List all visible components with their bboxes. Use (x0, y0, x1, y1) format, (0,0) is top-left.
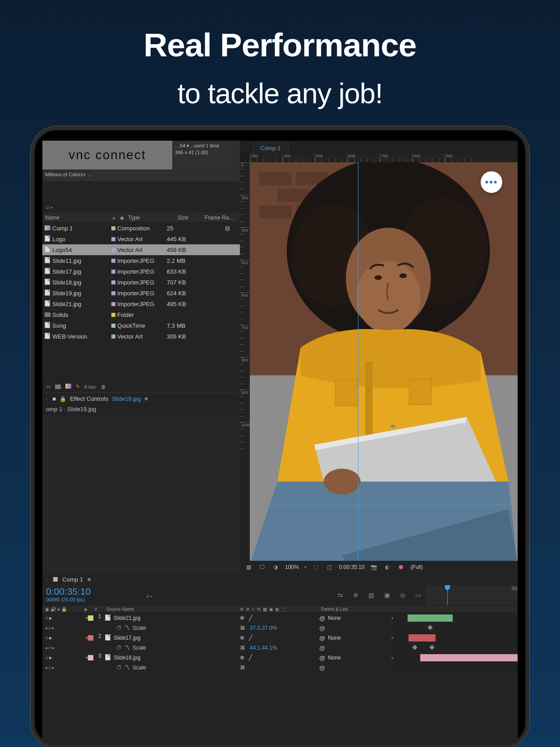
project-row[interactable]: Slide17.jpgImporterJPEG633 KB (42, 266, 240, 277)
comp-timecode[interactable]: 0:00:35:10 (339, 564, 365, 570)
property-row[interactable]: ◂◇▸⏱ 〽 Scale⌘ 44.1,44.1%@ (42, 643, 518, 653)
effect-controls-tab[interactable]: ‹ ■ 🔒 Effect Controls Slide19.jpg ≡ (42, 392, 240, 405)
new-folder-icon[interactable] (55, 384, 61, 390)
next-kf-icon[interactable]: ▸ (52, 665, 55, 670)
lock-icon[interactable]: 🔒 (60, 396, 66, 402)
prev-kf-icon[interactable]: ◂ (45, 646, 47, 650)
switch-line-icon[interactable]: ╱ (249, 615, 252, 621)
graph-icon[interactable]: 〽 (124, 625, 130, 631)
switch-normal-icon[interactable]: ✲ (240, 615, 244, 621)
layer-track[interactable] (393, 613, 518, 623)
layer-row[interactable]: ◇ ▶▾3Slide18.jpg✲╱@None▾ (42, 653, 518, 663)
project-row[interactable]: Slide19.jpgImporterJPEG624 KB (42, 288, 240, 298)
switch-normal-icon[interactable]: ✲ (240, 655, 244, 661)
render-time-icon[interactable]: ▭ (415, 591, 421, 599)
clip[interactable] (409, 634, 436, 642)
frame-blend-icon[interactable]: ▧ (368, 591, 374, 599)
resolution-value[interactable]: (Full) (410, 564, 422, 570)
stopwatch-icon[interactable]: ⏱ (116, 665, 122, 671)
guide-vertical[interactable] (358, 162, 358, 561)
label-swatch[interactable] (109, 237, 117, 241)
constrain-icon[interactable]: ⌘ (240, 625, 245, 631)
parent-value[interactable]: None (328, 635, 341, 641)
property-value[interactable]: 44.1,44.1% (250, 645, 277, 651)
keyframe[interactable] (429, 645, 434, 650)
col-name[interactable]: Name (42, 215, 109, 221)
keyframe-nav-icon[interactable]: ◇ (45, 616, 48, 620)
property-row[interactable]: ◂◇▸⏱ 〽 Scale⌘ 37.0,37.0%@ (42, 623, 518, 633)
pickwhip-icon[interactable]: @ (319, 625, 325, 632)
property-track[interactable] (393, 643, 518, 653)
property-row[interactable]: ◂◇▸⏱ 〽 Scale⌘ @ (42, 663, 518, 673)
chevron-left-icon[interactable]: ‹ (46, 397, 49, 400)
playhead[interactable] (447, 585, 448, 605)
property-track[interactable] (393, 623, 518, 633)
panel-menu-icon[interactable]: ≡ (87, 576, 91, 583)
project-row[interactable]: SongQuickTime7.3 MB (42, 320, 240, 331)
panel-menu-icon[interactable]: ≡ (145, 395, 148, 402)
zoom-dropdown-icon[interactable]: ▾ (304, 565, 307, 569)
mask-icon[interactable]: ◑ (271, 564, 280, 570)
label-icon[interactable]: ◈ (84, 607, 87, 612)
pickwhip-icon[interactable]: @ (319, 665, 325, 671)
project-row[interactable]: Slide18.jpgImporterJPEG707 KB (42, 277, 240, 288)
switch-normal-icon[interactable]: ✲ (240, 635, 244, 641)
property-value[interactable]: 37.0,37.0% (250, 625, 277, 631)
project-row[interactable]: Comp 1Composition25⊟ (42, 223, 240, 234)
trash-icon[interactable]: 🗑 (101, 384, 106, 390)
label-swatch[interactable] (109, 270, 117, 274)
clip[interactable] (408, 614, 453, 622)
timeline-ruler[interactable]: 36s (426, 585, 518, 605)
chevron-left-icon[interactable]: ‹ (46, 578, 49, 581)
timeline-body[interactable]: ◇ ▶▾1Slide21.jpg✲╱@None▾◂◇▸⏱ 〽 Scale⌘ 37… (42, 613, 518, 745)
transparency-icon[interactable]: ◫ (326, 564, 334, 570)
monitor-icon[interactable]: 🖵 (258, 564, 266, 570)
more-menu-button[interactable]: ••• (481, 171, 502, 193)
label-swatch[interactable] (109, 291, 117, 295)
layer-label-swatch[interactable] (88, 615, 93, 621)
comp-tab[interactable]: Comp 1 (252, 142, 289, 153)
constrain-icon[interactable]: ⌘ (240, 665, 245, 671)
label-swatch[interactable] (109, 335, 117, 339)
layer-row[interactable]: ◇ ▶▾1Slide21.jpg✲╱@None▾ (42, 613, 518, 623)
prev-kf-icon[interactable]: ◂ (45, 665, 47, 670)
pickwhip-icon[interactable]: @ (319, 615, 325, 622)
layer-label-swatch[interactable] (88, 655, 93, 660)
col-parent[interactable]: Parent & Link (317, 605, 393, 613)
keyframe[interactable] (427, 625, 432, 630)
project-row[interactable]: WEB-VersionVector Art305 KB (42, 331, 240, 342)
graph-icon[interactable]: 〽 (124, 645, 130, 651)
keyframe[interactable] (412, 645, 417, 650)
timeline-search-icon[interactable]: ⌕▾ (146, 592, 153, 599)
stopwatch-icon[interactable]: ⏱ (116, 625, 122, 631)
project-row[interactable]: Slide21.jpgImporterJPEG495 KB (42, 298, 240, 309)
switch-line-icon[interactable]: ╱ (249, 635, 252, 641)
pickwhip-icon[interactable]: @ (319, 645, 325, 651)
label-swatch[interactable] (109, 226, 117, 230)
project-header[interactable]: Name ▲ ◈ Type Size Frame Ra… (42, 213, 240, 223)
snapshot-icon[interactable]: 📷 (370, 564, 378, 570)
graph-editor-icon[interactable]: ◎ (400, 591, 405, 599)
project-row[interactable]: Logo54Vector Art458 KB (42, 244, 240, 255)
col-source[interactable]: Source Name (105, 605, 238, 613)
project-row[interactable]: SolidsFolder (42, 309, 240, 320)
comp-viewer[interactable]: 300400500600700800900 030040050060070080… (240, 153, 518, 561)
graph-icon[interactable]: 〽 (124, 665, 130, 671)
timeline-tab[interactable]: Comp 1 (62, 576, 83, 583)
prev-kf-icon[interactable]: ◂ (45, 626, 47, 630)
col-size[interactable]: Size (175, 215, 202, 221)
search-icon[interactable]: ⌕▾ (46, 203, 53, 210)
channel-icon[interactable]: ◐ (383, 564, 391, 570)
play-icon[interactable]: ▶ (49, 616, 52, 620)
clip[interactable] (420, 654, 518, 661)
solo-toggle-icon[interactable]: ● (57, 607, 60, 612)
keyframe-nav-icon[interactable]: ◇ (45, 636, 48, 640)
play-icon[interactable]: ▶ (49, 655, 52, 660)
label-swatch[interactable] (109, 259, 117, 263)
parent-value[interactable]: None (328, 655, 341, 661)
color-icon[interactable]: ⬢ (397, 564, 405, 570)
layer-track[interactable] (393, 633, 518, 643)
next-kf-icon[interactable]: ▸ (52, 626, 55, 630)
parent-value[interactable]: None (328, 615, 341, 621)
stopwatch-icon[interactable]: ⏱ (116, 645, 122, 651)
